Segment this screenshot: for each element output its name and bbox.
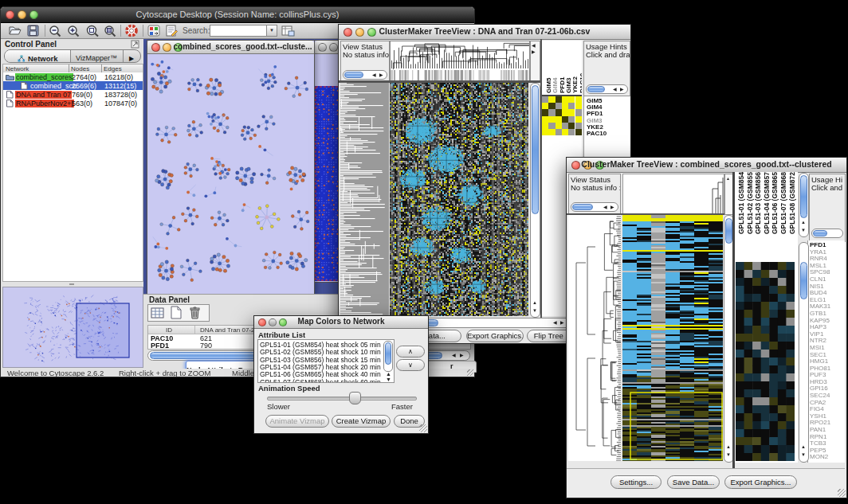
tv2-zoom-vscrollbar[interactable]: ▲ ▼ <box>799 242 809 463</box>
tv2-gene-label[interactable]: PUF3 <box>810 371 830 378</box>
tv1-vscrollbar[interactable]: ▲ ▼ <box>530 83 540 318</box>
tv2-column-label[interactable]: GPL51-04 (GSM857) <box>763 174 771 234</box>
save-icon[interactable] <box>27 25 40 37</box>
save-data--button[interactable]: Save Data... <box>667 475 720 489</box>
tv2-gene-label[interactable]: MSI1 <box>810 344 830 351</box>
tv2-gene-label[interactable]: RPO21 <box>810 419 830 426</box>
edit-attributes-icon[interactable] <box>165 25 178 37</box>
scroll-right-arrow[interactable]: ▶ <box>379 72 383 77</box>
network-row[interactable]: RNAPuberNov2+|563(0)107847(0) <box>3 99 143 107</box>
animate-vizmap-button[interactable]: Animate Vizmap <box>265 415 329 428</box>
table-icon[interactable] <box>151 307 165 319</box>
speed-slider-track[interactable] <box>267 397 417 400</box>
tv2-column-label[interactable]: GPL51-08 (GSM872) <box>788 174 796 234</box>
tv1-column-dendrogram[interactable] <box>390 41 530 82</box>
export-graphics--button[interactable]: Export Graphics... <box>724 475 797 489</box>
tv2-gene-label[interactable]: NIS1 <box>810 283 830 290</box>
scroll-down-arrow[interactable]: ▼ <box>726 452 731 457</box>
treeview2-titlebar[interactable]: ClusterMaker TreeView : combined_scores_… <box>567 158 846 173</box>
zoom-fit-icon[interactable] <box>85 25 100 37</box>
birdseye-view[interactable] <box>2 287 143 368</box>
export-graphics--button[interactable]: Export Graphics... <box>466 330 524 342</box>
close-button[interactable] <box>151 43 160 52</box>
minimize-button[interactable] <box>329 43 338 52</box>
network1-canvas[interactable] <box>147 54 312 293</box>
tv2-column-label[interactable]: GPL51-02 (GSM855) <box>746 174 754 234</box>
tv2-row-dendrogram[interactable] <box>568 215 621 461</box>
tv2-gene-label[interactable]: FIG4 <box>810 405 830 412</box>
main-titlebar[interactable]: Cytoscape Desktop (Session Name: collins… <box>1 7 474 23</box>
zoom-out-icon[interactable] <box>49 25 62 37</box>
attribute-list-item[interactable]: GPL51-07 (GSM868) heat shock 60 min <box>260 378 381 384</box>
tv2-gene-label[interactable]: GPI16 <box>810 385 830 392</box>
tv1-gene-label[interactable]: YKE2 <box>587 123 607 130</box>
tv2-labels-vscrollbar[interactable]: ▲ ▼ <box>799 173 809 237</box>
tv1-row-dendrogram[interactable] <box>340 83 389 316</box>
scroll-up-arrow[interactable]: ▲ <box>726 444 731 449</box>
open-file-icon[interactable] <box>8 25 22 37</box>
treeview1-titlebar[interactable]: ClusterMaker TreeView : DNA and Tran 07-… <box>339 25 630 40</box>
tab-overflow[interactable]: ▶ <box>123 50 140 62</box>
tv2-gene-label[interactable]: VIP1 <box>810 330 830 338</box>
zoom-in-icon[interactable] <box>67 25 80 37</box>
tv2-column-label[interactable]: GPL51-07 (GSM868) <box>779 174 787 234</box>
col-nodes[interactable]: Nodes <box>71 65 89 72</box>
tv2-gene-label[interactable]: PHO81 <box>810 365 830 372</box>
tv1-gene-label[interactable]: GIM4 <box>587 104 607 110</box>
tv2-gene-label[interactable]: MAK31 <box>810 303 830 310</box>
col-edges[interactable]: Edges <box>104 65 122 72</box>
tv2-gene-label[interactable]: YSH1 <box>810 412 830 420</box>
move-down-button[interactable]: ∨ <box>396 359 425 371</box>
attribute-browser-icon[interactable] <box>281 25 295 37</box>
minimize-button[interactable] <box>163 43 171 52</box>
new-document-icon[interactable] <box>170 306 183 319</box>
tv2-gene-label[interactable]: MON2 <box>810 453 830 460</box>
view-status-scrollbar[interactable]: ◀ ▶ <box>571 202 618 212</box>
search-input[interactable] <box>210 25 269 37</box>
tv2-gene-label[interactable]: HRD3 <box>810 378 830 385</box>
close-button[interactable] <box>318 43 327 52</box>
tv2-gene-label[interactable]: MSL1 <box>810 262 830 269</box>
tv2-zoom-heatmap[interactable] <box>736 262 795 461</box>
view-status-scrollbar[interactable]: ◀ ▶ <box>343 70 387 80</box>
network-row[interactable]: DNA and Tran 07769(0)183728(0) <box>3 90 143 99</box>
tv2-gene-label[interactable]: GTB1 <box>810 310 830 317</box>
tv2-column-label[interactable]: GPL51-06 (GSM865) <box>771 174 779 234</box>
tv2-gene-label[interactable]: SEC1 <box>810 351 830 358</box>
tv2-gene-label[interactable]: BUD4 <box>810 289 830 296</box>
tv2-gene-label[interactable]: RNR4 <box>810 255 830 262</box>
tv2-gene-label[interactable]: SPC98 <box>810 268 830 275</box>
tv2-gene-label[interactable]: KAP95 <box>810 317 830 324</box>
tv2-column-label[interactable]: GPL51-03 (GSM856) <box>754 174 762 234</box>
tv1-column-label[interactable]: PAC10 <box>579 42 583 93</box>
usage-hints-scrollbar[interactable] <box>811 229 843 238</box>
tv2-column-label[interactable]: GPL51-01 (GSM854) <box>737 174 745 234</box>
tv2-gene-label[interactable]: CLN1 <box>810 275 830 283</box>
col-network[interactable]: Network <box>6 65 29 72</box>
scroll-up-arrow[interactable]: ▲ <box>532 300 537 305</box>
id-column-header[interactable]: ID <box>166 326 172 334</box>
network-row[interactable]: combined_sco2569(6)13112(15) <box>3 81 143 90</box>
attribute-list[interactable]: ▲ ▼ GPL51-01 (GSM854) heat shock 05 minG… <box>257 339 395 383</box>
tv2-gene-label[interactable]: HMG1 <box>810 357 830 365</box>
network1-titlebar[interactable]: combined_scores_good.txt--cluste... <box>147 41 314 54</box>
tv2-gene-label[interactable]: NTR2 <box>810 337 830 344</box>
tv2-gene-label[interactable]: HAP3 <box>810 323 830 330</box>
tv1-column-label[interactable]: GIM4 <box>552 42 559 93</box>
attr-list-vscrollbar[interactable] <box>383 341 393 372</box>
tv1-gene-label[interactable]: PFD1 <box>587 110 607 116</box>
zoom-selected-icon[interactable] <box>104 25 117 37</box>
dialog-titlebar[interactable]: Map Colors to Network <box>254 316 428 329</box>
birdseye-splitter[interactable] <box>2 282 142 286</box>
tv1-gene-label[interactable]: PAC10 <box>587 130 607 136</box>
speed-slider-thumb[interactable] <box>349 392 361 404</box>
tv1-gene-label[interactable]: GIM3 <box>587 117 607 123</box>
settings--button[interactable]: Settings... <box>610 475 662 489</box>
tab-vizmapper[interactable]: VizMapper™ <box>70 50 124 62</box>
tv2-gene-label[interactable]: PAN1 <box>810 426 830 433</box>
tv2-gene-label[interactable]: PFD1 <box>810 241 830 248</box>
tv2-heatmap[interactable] <box>622 215 723 461</box>
scroll-left-arrow[interactable]: ◀ <box>372 72 376 77</box>
tv1-mini-heatmap[interactable] <box>542 96 582 135</box>
scroll-left-arrow[interactable]: ◀ <box>452 353 456 357</box>
